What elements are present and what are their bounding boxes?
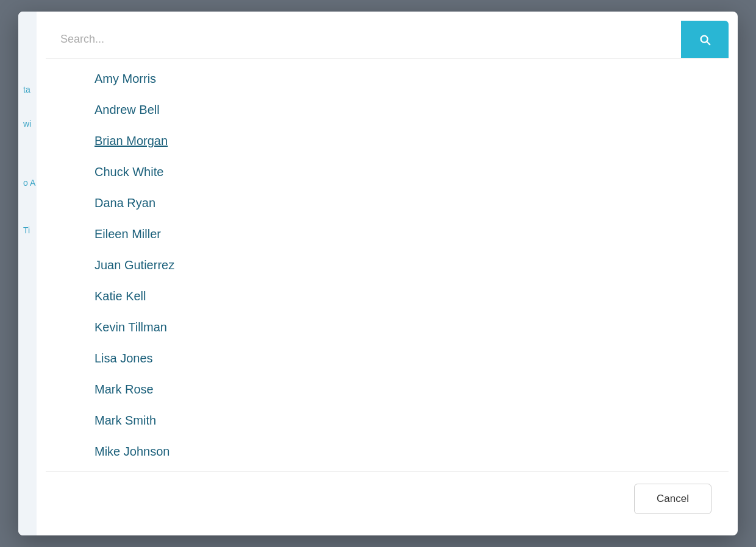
bg-hint-text-2: wil (23, 119, 32, 129)
search-button[interactable] (681, 21, 729, 58)
list-item[interactable]: Lisa Jones (46, 343, 729, 374)
list-item[interactable]: Paul Roose (46, 467, 729, 471)
list-item[interactable]: Brian Morgan (46, 125, 729, 157)
bg-hint-text-4: Ti (23, 225, 30, 235)
list-item[interactable]: Mike Johnson (46, 436, 729, 467)
bg-hint-text-1: ta (23, 85, 32, 94)
search-icon (698, 33, 711, 46)
list-item[interactable]: Amy Morris (46, 63, 729, 94)
list-item[interactable]: Eileen Miller (46, 219, 729, 250)
footer: Cancel (46, 471, 729, 526)
list-area: Amy MorrisAndrew BellBrian MorganChuck W… (46, 58, 729, 471)
list-item[interactable]: Mark Rose (46, 374, 729, 405)
list-item[interactable]: Katie Kell (46, 281, 729, 312)
list-item[interactable]: Juan Gutierrez (46, 250, 729, 281)
cancel-button[interactable]: Cancel (634, 484, 711, 514)
search-input[interactable] (46, 21, 681, 58)
search-bar (46, 21, 729, 58)
list-item[interactable]: Chuck White (46, 157, 729, 188)
bg-hint-text-3: o A (23, 178, 35, 188)
background-hint: ta wil o A Ti (18, 12, 37, 535)
list-item[interactable]: Kevin Tillman (46, 312, 729, 343)
dialog: Amy MorrisAndrew BellBrian MorganChuck W… (46, 21, 729, 526)
list-item[interactable]: Mark Smith (46, 405, 729, 436)
list-item[interactable]: Dana Ryan (46, 188, 729, 219)
modal-container: ta wil o A Ti Amy MorrisAndrew BellBrian… (18, 12, 738, 535)
list-scroll[interactable]: Amy MorrisAndrew BellBrian MorganChuck W… (46, 58, 729, 471)
list-item[interactable]: Andrew Bell (46, 94, 729, 125)
